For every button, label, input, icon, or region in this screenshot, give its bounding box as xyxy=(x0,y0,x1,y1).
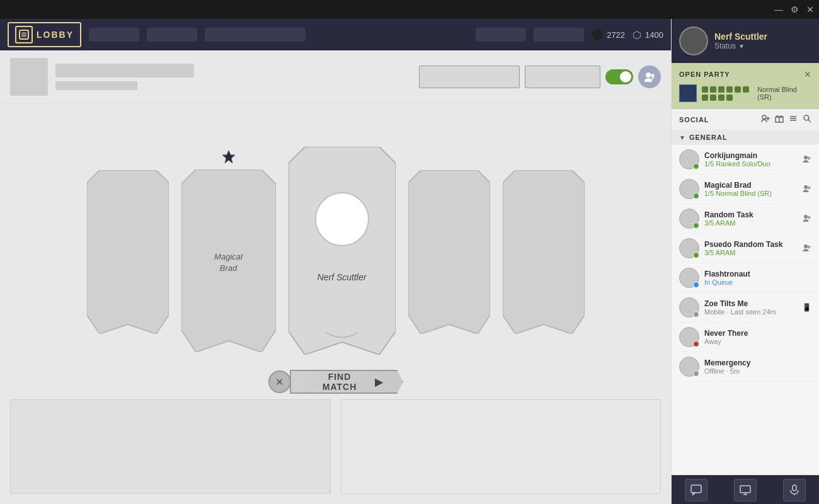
general-header[interactable]: ▼ GENERAL xyxy=(672,130,819,145)
friend-name: Flashtronaut xyxy=(704,270,811,278)
search-button[interactable] xyxy=(803,114,811,125)
friend-name: Zoe Tilts Me xyxy=(704,299,797,308)
coin-icon xyxy=(592,29,603,40)
friend-name: Random Task xyxy=(704,210,798,219)
list-button[interactable] xyxy=(789,114,798,125)
friend-item-zoe[interactable]: Zoe Tilts Me Mobile · Last seen 24m 📱 xyxy=(672,293,819,323)
party-dot xyxy=(718,86,724,93)
svg-line-15 xyxy=(808,120,811,122)
card-shape-5 xyxy=(503,170,585,334)
friend-status-dot xyxy=(693,193,699,199)
svg-rect-24 xyxy=(691,485,701,493)
general-title: GENERAL xyxy=(689,134,728,141)
svg-marker-4 xyxy=(222,151,235,163)
user-info: Nerf Scuttler Status ▼ xyxy=(714,32,811,50)
queue-button-2[interactable] xyxy=(525,66,600,88)
friend-item-magical-brad[interactable]: Magical Brad 1/5 Normal Blind (SR) xyxy=(672,175,819,204)
open-party-section: OPEN PARTY ✕ Normal Blind (SR) xyxy=(672,63,819,109)
nav-pill-5[interactable] xyxy=(534,28,584,42)
user-name: Nerf Scuttler xyxy=(714,32,811,42)
social-icon xyxy=(643,71,656,83)
friend-name: Never There xyxy=(704,329,811,338)
open-party-close-button[interactable]: ✕ xyxy=(804,69,811,79)
bottom-panel-right xyxy=(341,399,662,494)
mobile-icon: 📱 xyxy=(802,303,811,312)
friend-info: Random Task 3/5 ARAM xyxy=(704,210,798,227)
svg-rect-1 xyxy=(21,32,26,37)
mic-button[interactable] xyxy=(783,479,806,501)
friend-item-never-there[interactable]: Never There Away xyxy=(672,323,819,352)
bottom-panels xyxy=(0,399,671,504)
gift-button[interactable] xyxy=(775,114,784,125)
close-button[interactable]: ✕ xyxy=(806,5,814,14)
chat-icon xyxy=(690,484,702,496)
card-3-container: Nerf Scuttler xyxy=(289,147,396,357)
screen-button[interactable] xyxy=(734,479,757,501)
currency-display: 2722 xyxy=(592,29,625,40)
queue-button-1[interactable] xyxy=(419,66,520,88)
lobby-logo[interactable]: LOBBY xyxy=(8,22,81,47)
nav-pill-2[interactable] xyxy=(147,28,197,42)
friend-status-dot xyxy=(693,282,699,288)
friend-avatar-wrap xyxy=(679,209,699,229)
friend-status-dot xyxy=(693,370,699,377)
champion-slot-4 xyxy=(408,170,490,334)
settings-button[interactable]: ⚙ xyxy=(791,5,799,14)
champion-name-3: Nerf Scuttler xyxy=(318,272,367,282)
friend-item-psuedo-random[interactable]: Psuedo Random Task 3/5 ARAM xyxy=(672,234,819,263)
chat-button[interactable] xyxy=(685,479,707,501)
champion-slot-5 xyxy=(503,170,585,334)
status-chevron-icon: ▼ xyxy=(738,43,745,50)
card-2-container: Magical Brad xyxy=(181,169,276,355)
friend-avatar-wrap xyxy=(679,357,699,377)
add-friend-icon xyxy=(761,114,770,123)
svg-point-18 xyxy=(804,185,808,189)
friend-status: Mobile · Last seen 24m xyxy=(704,308,797,316)
minimize-button[interactable]: — xyxy=(774,5,783,14)
user-status[interactable]: Status ▼ xyxy=(714,42,811,50)
friend-item-random-task[interactable]: Random Task 3/5 ARAM xyxy=(672,204,819,234)
open-party-header: OPEN PARTY ✕ xyxy=(679,69,811,79)
social-button[interactable] xyxy=(638,66,661,88)
svg-point-20 xyxy=(804,215,808,219)
friend-avatar-wrap xyxy=(679,238,699,258)
friend-item-memergency[interactable]: Memergency Offline · 5m xyxy=(672,352,819,382)
party-icon-3 xyxy=(803,214,811,222)
main-area: LOBBY 2722 ⬡ 1400 xyxy=(0,19,671,504)
friend-status: Offline · 5m xyxy=(704,367,811,375)
right-sidebar: Nerf Scuttler Status ▼ OPEN PARTY ✕ xyxy=(671,19,819,504)
friend-item-corkijungmain[interactable]: Corkijungmain 1/5 Ranked Solo/Duo xyxy=(672,145,819,175)
bottom-bar xyxy=(672,475,819,504)
currency-2-value: 1400 xyxy=(645,30,663,40)
lobby-label: LOBBY xyxy=(37,30,74,40)
friend-status: 1/5 Ranked Solo/Duo xyxy=(704,160,798,168)
find-match-button[interactable]: FIND MATCH ▶ xyxy=(290,370,403,394)
search-icon xyxy=(803,114,811,123)
nav-pill-3[interactable] xyxy=(205,28,306,42)
party-dot xyxy=(726,86,733,93)
friend-status: In Queue xyxy=(704,278,811,286)
screen-icon xyxy=(740,484,751,496)
general-arrow-icon: ▼ xyxy=(679,134,685,141)
find-match-label: FIND MATCH xyxy=(310,372,370,392)
svg-point-3 xyxy=(651,74,655,77)
cancel-button[interactable]: ✕ xyxy=(268,370,291,393)
user-profile-section: Nerf Scuttler Status ▼ xyxy=(672,19,819,63)
app-container: LOBBY 2722 ⬡ 1400 xyxy=(0,19,819,504)
nav-pill-4[interactable] xyxy=(476,28,526,42)
card-3-label: Nerf Scuttler xyxy=(318,272,367,283)
friend-info: Memergency Offline · 5m xyxy=(704,358,811,375)
friend-item-flashtronaut[interactable]: Flashtronaut In Queue xyxy=(672,263,819,293)
nav-pill-1[interactable] xyxy=(89,28,139,42)
card-shape-3 xyxy=(289,147,396,355)
friend-avatar-wrap xyxy=(679,179,699,199)
currency-1-value: 2722 xyxy=(607,30,625,40)
social-actions xyxy=(761,114,811,125)
svg-point-22 xyxy=(804,244,808,248)
party-mode: Normal Blind (SR) xyxy=(757,86,811,101)
champion-name-2: Magical Brad xyxy=(214,252,243,273)
add-friend-button[interactable] xyxy=(761,114,770,125)
rp-display: ⬡ 1400 xyxy=(633,29,663,41)
toggle-switch[interactable] xyxy=(605,69,633,84)
friend-info: Zoe Tilts Me Mobile · Last seen 24m xyxy=(704,299,797,316)
